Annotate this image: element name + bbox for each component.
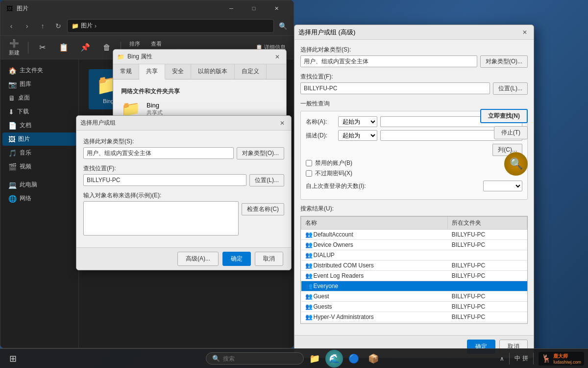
taskbar-edge-button[interactable]: 🔵: [345, 350, 363, 368]
adv-location-row: 查找位置(F): BILLYFU-PC 位置(L)...: [300, 73, 528, 95]
no-expire-pwd-label: 不过期密码(X): [315, 169, 352, 178]
input-names-label: 输入对象名称来选择(示例)(E):: [83, 191, 284, 200]
tray-show-hidden[interactable]: ∧: [500, 355, 504, 362]
tab-custom[interactable]: 自定义: [235, 64, 267, 79]
tab-sharing[interactable]: 共享: [139, 64, 165, 79]
sidebar-item-documents[interactable]: 📄 文档: [2, 119, 76, 132]
advanced-dialog-close-button[interactable]: ✕: [520, 27, 530, 37]
select-user-ok-button[interactable]: 确定: [222, 252, 251, 266]
object-type-button[interactable]: 对象类型(O)...: [237, 147, 284, 159]
location-value: BILLYFU-PC: [83, 174, 246, 186]
location-label: 查找位置(F):: [83, 164, 284, 173]
taskbar-explorer-button[interactable]: 📁: [306, 350, 323, 368]
sidebar-item-downloads[interactable]: ⬇ 下载: [2, 105, 76, 118]
address-bar[interactable]: 📁 图片 ›: [67, 19, 274, 33]
table-row[interactable]: 👥Device Owners BILLYFU-PC: [301, 240, 527, 250]
search-now-button[interactable]: 立即查找(N): [480, 109, 528, 123]
adv-location-label: 查找位置(F):: [300, 73, 528, 81]
results-body: 👥DefaultAccount BILLYFU-PC 👥Device Owner…: [301, 230, 527, 324]
folder-bing-name: Bing: [103, 98, 114, 104]
bing-properties-tabs: 常规 共享 安全 以前的版本 自定义: [113, 64, 286, 79]
ime-lang2[interactable]: 拼: [522, 354, 528, 363]
sidebar-item-home[interactable]: 🏠 主文件夹: [2, 64, 76, 77]
videos-icon: 🎬: [8, 163, 17, 171]
bing-properties-title: Bing 属性: [127, 53, 152, 61]
advanced-button[interactable]: 高级(A)...: [177, 252, 219, 266]
results-container[interactable]: 名称 所在文件夹 👥DefaultAccount BILLYFU-PC 👥Dev…: [300, 216, 528, 324]
search-explorer-button[interactable]: 🔍: [276, 19, 290, 33]
name-query-label: 名称(A):: [306, 118, 335, 126]
ime-lang1[interactable]: 中: [514, 354, 520, 363]
select-user-cancel-button[interactable]: 取消: [255, 252, 283, 266]
check-names-button[interactable]: 检查名称(C): [242, 203, 284, 215]
table-row[interactable]: 👥Guests BILLYFU-PC: [301, 302, 527, 312]
table-row[interactable]: 👥Distributed COM Users BILLYFU-PC: [301, 261, 527, 271]
sidebar-item-pictures[interactable]: 🖼 图片: [2, 132, 76, 146]
start-button[interactable]: ⊞: [4, 350, 22, 368]
sidebar-item-network[interactable]: 🌐 网络: [2, 192, 76, 205]
results-header: 名称 所在文件夹: [301, 217, 527, 230]
sidebar-item-music[interactable]: 🎵 音乐: [2, 146, 76, 159]
back-button[interactable]: ‹: [4, 19, 18, 33]
advanced-select-dialog: 选择用户或组 (高级) ✕ 选择此对象类型(S): 用户、组或内置安全主体 对象…: [294, 25, 534, 358]
ime-tray: 中 拼: [514, 354, 528, 363]
adv-object-type-row: 选择此对象类型(S): 用户、组或内置安全主体 对象类型(O)...: [300, 46, 528, 68]
select-user-close-button[interactable]: ✕: [277, 118, 287, 128]
select-user-title-text: 选择用户或组: [80, 119, 116, 127]
sidebar-item-gallery[interactable]: 📷 图库: [2, 78, 76, 91]
sidebar-label-videos: 视频: [20, 162, 31, 171]
taskbar-store-button[interactable]: 📦: [365, 350, 382, 368]
sidebar-item-desktop[interactable]: 🖥 桌面: [2, 91, 76, 105]
taskbar-right: ∧ 中 拼 🦌 鹿大师 ludashiwj.com: [500, 352, 584, 366]
adv-location-input-row: BILLYFU-PC 位置(L)...: [300, 82, 528, 95]
bing-properties-close-button[interactable]: ✕: [272, 52, 282, 62]
forward-button[interactable]: ›: [20, 19, 34, 33]
bing-properties-title-text: 📁 Bing 属性: [117, 53, 152, 61]
copy-button[interactable]: 📋: [54, 41, 74, 54]
adv-object-type-button[interactable]: 对象类型(O)...: [480, 55, 528, 68]
names-input[interactable]: [83, 201, 239, 236]
adv-location-text: BILLYFU-PC: [304, 85, 337, 92]
refresh-button[interactable]: ↻: [51, 19, 65, 33]
close-button[interactable]: ✕: [265, 0, 288, 16]
tab-security[interactable]: 安全: [165, 64, 191, 79]
days-row: 自上次查登录的天数(I):: [306, 181, 522, 191]
sidebar-item-videos[interactable]: 🎬 视频: [2, 160, 76, 173]
table-row[interactable]: 👥Everyone: [301, 281, 527, 291]
up-button[interactable]: ↑: [36, 19, 49, 33]
table-row[interactable]: 👥DefaultAccount BILLYFU-PC: [301, 230, 527, 240]
general-query-section: 一般性查询 名称(A): 起始为 描述(D): 起始为: [300, 100, 528, 200]
col-name: 名称: [301, 217, 448, 230]
desc-prefix-select[interactable]: 起始为: [338, 130, 377, 141]
table-row[interactable]: 👥Event Log Readers BILLYFU-PC: [301, 271, 527, 281]
table-row[interactable]: 👥Guest BILLYFU-PC: [301, 291, 527, 302]
stop-button[interactable]: 停止(T): [494, 126, 528, 139]
maximize-button[interactable]: □: [243, 0, 265, 16]
sidebar-item-thispc[interactable]: 💻 此电脑: [2, 178, 76, 191]
taskbar-image-button[interactable]: 🌊: [325, 350, 343, 368]
minimize-button[interactable]: ─: [220, 0, 243, 16]
search-icon-area: 🔍: [504, 152, 528, 176]
table-row[interactable]: 👥Hyper-V Administrators BILLYFU-PC: [301, 312, 527, 322]
new-button[interactable]: ➕ 新建: [4, 37, 24, 58]
explorer-titlebar: 🖼 图片 ─ □ ✕: [0, 0, 294, 16]
tab-previous-versions[interactable]: 以前的版本: [191, 64, 235, 79]
table-row[interactable]: 👥IIS_IUSRS BILLYFU-PC: [301, 322, 527, 324]
days-select[interactable]: [483, 181, 522, 191]
name-prefix-select[interactable]: 起始为: [338, 116, 377, 127]
watermark-text-area: 鹿大师 ludashiwj.com: [553, 353, 581, 365]
taskbar-search-input[interactable]: [223, 355, 292, 362]
watermark-container: 🦌 鹿大师 ludashiwj.com: [539, 352, 584, 366]
table-row[interactable]: 👥DIALUP: [301, 250, 527, 261]
adv-location-button[interactable]: 位置(L)...: [493, 82, 528, 95]
taskbar: ⊞ 🔍 📁 🌊 🔵 📦 ∧ 中 拼 🦌 鹿大师 ludashiwj.: [0, 348, 588, 368]
taskbar-search-box[interactable]: 🔍: [206, 352, 304, 365]
paste-button[interactable]: 📌: [75, 41, 95, 54]
tab-general[interactable]: 常规: [113, 64, 139, 79]
object-type-label: 选择此对象类型(S):: [83, 137, 284, 146]
no-expire-pwd-checkbox[interactable]: [306, 170, 312, 177]
location-button[interactable]: 位置(L)...: [249, 174, 284, 186]
disabled-accounts-checkbox[interactable]: [306, 160, 312, 166]
cut-button[interactable]: ✂: [32, 41, 52, 54]
sidebar-label-gallery: 图库: [20, 80, 31, 88]
